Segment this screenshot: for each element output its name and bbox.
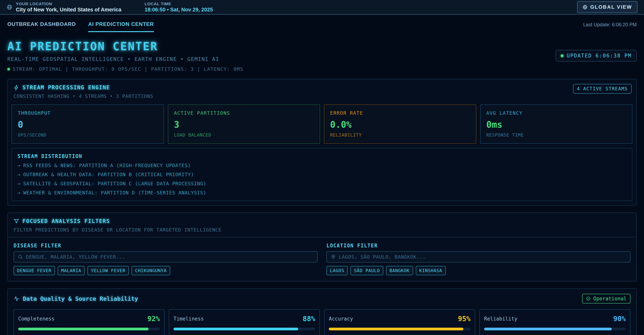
last-update-text: Last Update: 6:06:20 PM [583, 22, 637, 32]
metric-value: 3 [174, 119, 314, 130]
page-title: AI PREDICTION CENTER [7, 40, 637, 53]
pulse-icon [14, 296, 20, 302]
metric-value: 0.0% [330, 119, 470, 130]
status-dot-icon [7, 68, 10, 70]
chip-yellow-fever[interactable]: YELLOW FEVER [88, 266, 129, 275]
disease-filter-label: DISEASE FILTER [14, 243, 318, 248]
quality-percent: 95% [458, 315, 470, 322]
page-header: AI PREDICTION CENTER REAL-TIME GEOSPATIA… [7, 40, 637, 72]
metric-label: ACTIVE PARTITIONS [174, 110, 314, 116]
chip-chikungunya[interactable]: CHIKUNGUNYA [132, 266, 170, 275]
distribution-item-text: OUTBREAK & HEALTH DATA: PARTITION B (CRI… [23, 172, 194, 177]
updated-badge: UPDATED 6:06:38 PM [556, 50, 637, 62]
quality-metrics: Completeness 92% Timeliness 88% Accuracy… [14, 309, 630, 335]
metric-sublabel: OPS/SECOND [18, 132, 158, 138]
quality-card-completeness: Completeness 92% [14, 309, 164, 335]
tab-outbreak-dashboard[interactable]: OUTBREAK DASHBOARD [7, 21, 76, 32]
global-view-button[interactable]: GLOBAL VIEW [577, 1, 638, 13]
progress-fill [174, 328, 298, 330]
progress-track [329, 328, 470, 330]
location-filter-label: LOCATION FILTER [326, 243, 630, 248]
globe-icon [6, 4, 12, 10]
metric-avg-latency: AVG LATENCY 0ms RESPONSE TIME [480, 104, 632, 144]
quality-label: Reliability [484, 316, 517, 322]
tab-bar: OUTBREAK DASHBOARD AI PREDICTION CENTER … [0, 15, 644, 32]
progress-fill [329, 328, 463, 330]
page-subtitle: REAL-TIME GEOSPATIAL INTELLIGENCE • EART… [7, 56, 637, 62]
your-location-block: YOUR LOCATION City of New York, United S… [16, 2, 122, 13]
quality-title-text: Data Quality & Source Reliability [23, 295, 138, 302]
updated-badge-text: UPDATED 6:06:38 PM [567, 53, 632, 58]
metric-value: 0ms [486, 119, 626, 130]
metric-label: THROUGHPUT [18, 110, 158, 116]
time-value: 18:06:50 • Sat, Nov 29, 2025 [145, 7, 213, 13]
progress-track [174, 328, 315, 330]
tab-ai-prediction-center[interactable]: AI PREDICTION CENTER [88, 21, 154, 32]
distribution-item-text: SATELLITE & GEOSPATIAL: PARTITION C (LAR… [23, 181, 206, 186]
quality-percent: 88% [303, 315, 315, 322]
location-filter-group: LOCATION FILTER LAGOS SÃO PAULO BANGKOK … [326, 243, 630, 275]
engine-metrics: THROUGHPUT 0 OPS/SECOND ACTIVE PARTITION… [8, 103, 636, 144]
top-status-bar: YOUR LOCATION City of New York, United S… [0, 0, 644, 15]
metric-sublabel: RELIABILITY [330, 132, 470, 138]
metric-sublabel: LOAD BALANCED [174, 132, 314, 138]
chip-malaria[interactable]: MALARIA [58, 266, 85, 275]
search-icon [18, 254, 23, 259]
data-quality-panel: Data Quality & Source Reliability Operat… [7, 288, 637, 335]
distribution-item: → SATELLITE & GEOSPATIAL: PARTITION C (L… [18, 181, 626, 186]
metric-sublabel: RESPONSE TIME [486, 132, 626, 138]
arrow-right-icon: → [18, 172, 20, 177]
progress-fill [484, 328, 612, 330]
location-filter-input[interactable] [339, 254, 626, 260]
time-label: LOCAL TIME [145, 2, 213, 6]
operational-badge-text: Operational [593, 296, 626, 302]
stream-distribution-title: STREAM DISTRIBUTION [18, 154, 626, 159]
quality-label: Accuracy [329, 316, 353, 322]
active-streams-badge: 4 ACTIVE STREAMS [573, 84, 632, 94]
filters-section-title: FOCUSED ANALYSIS FILTERS [14, 218, 630, 224]
filters-subtitle: FILTER PREDICTIONS BY DISEASE OR LOCATIO… [14, 227, 630, 233]
arrow-right-icon: → [18, 190, 20, 196]
distribution-item-text: RSS FEEDS & NEWS: PARTITION A (HIGH-FREQ… [23, 163, 191, 168]
arrow-right-icon: → [18, 163, 20, 168]
location-label: YOUR LOCATION [16, 2, 122, 6]
funnel-icon [14, 218, 19, 224]
chip-dengue-fever[interactable]: DENGUE FEVER [14, 266, 55, 275]
metric-active-partitions: ACTIVE PARTITIONS 3 LOAD BALANCED [168, 104, 320, 144]
quality-card-reliability: Reliability 90% [480, 309, 630, 335]
local-time-block: LOCAL TIME 18:06:50 • Sat, Nov 29, 2025 [145, 2, 213, 13]
location-filter-inputbox [326, 251, 630, 262]
quality-percent: 90% [613, 315, 626, 322]
distribution-item: → WEATHER & ENVIRONMENTAL: PARTITION D (… [18, 190, 626, 196]
chip-sao-paulo[interactable]: SÃO PAULO [350, 266, 383, 275]
filters-title-text: FOCUSED ANALYSIS FILTERS [22, 218, 110, 224]
quality-card-timeliness: Timeliness 88% [169, 309, 320, 335]
focused-analysis-filters-panel: FOCUSED ANALYSIS FILTERS FILTER PREDICTI… [7, 212, 637, 282]
disease-filter-inputbox [14, 251, 318, 262]
quality-label: Completeness [18, 316, 54, 322]
quality-label: Timeliness [174, 316, 204, 322]
arrow-right-icon: → [18, 181, 20, 186]
progress-track [18, 328, 160, 330]
engine-subtitle: CONSISTENT HASHING • 4 STREAMS • 3 PARTI… [14, 94, 630, 99]
location-value: City of New York, United States of Ameri… [16, 7, 122, 13]
stream-status-line: STREAM: OPTIMAL | THROUGHPUT: 0 OPS/SEC … [7, 66, 637, 72]
chip-lagos[interactable]: LAGOS [326, 266, 348, 275]
metric-label: ERROR RATE [330, 110, 470, 116]
stream-distribution-box: STREAM DISTRIBUTION → RSS FEEDS & NEWS: … [12, 148, 632, 201]
metric-label: AVG LATENCY [486, 110, 626, 116]
lightning-icon [14, 85, 19, 90]
stream-processing-engine-panel: STREAM PROCESSING ENGINE CONSISTENT HASH… [7, 79, 637, 206]
quality-percent: 92% [147, 315, 160, 322]
global-view-label: GLOBAL VIEW [590, 4, 632, 10]
distribution-item: → OUTBREAK & HEALTH DATA: PARTITION B (C… [18, 172, 626, 177]
chip-bangkok[interactable]: BANGKOK [386, 266, 413, 275]
disease-filter-input[interactable] [26, 254, 313, 260]
quality-card-accuracy: Accuracy 95% [324, 309, 475, 335]
disease-chip-row: DENGUE FEVER MALARIA YELLOW FEVER CHIKUN… [14, 266, 318, 275]
chip-kinshasa[interactable]: KINSHASA [416, 266, 446, 275]
location-chip-row: LAGOS SÃO PAULO BANGKOK KINSHASA [326, 266, 630, 275]
engine-section-title: STREAM PROCESSING ENGINE [14, 84, 630, 91]
distribution-item-text: WEATHER & ENVIRONMENTAL: PARTITION D (TI… [23, 190, 206, 196]
distribution-item: → RSS FEEDS & NEWS: PARTITION A (HIGH-FR… [18, 163, 626, 168]
